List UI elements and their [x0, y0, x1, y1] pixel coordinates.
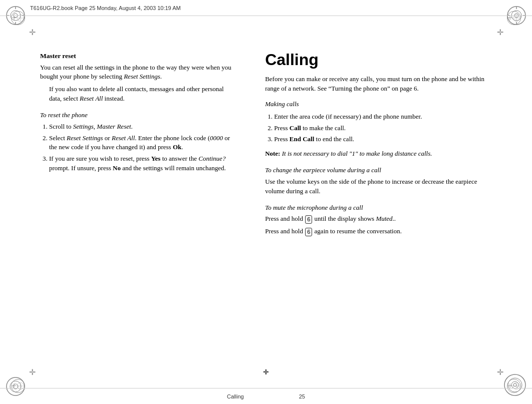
reset-step-2: Select Reset Settings or Reset All. Ente…: [49, 134, 235, 153]
making-calls-steps: Enter the area code (if necessary) and t…: [265, 112, 492, 145]
mute-body-2b: again to resume the conversation.: [315, 227, 402, 235]
footer-bar: Calling 25: [0, 388, 532, 404]
footer-center: Calling 25: [227, 393, 305, 399]
making-calls-step-2: Press Call to make the call.: [274, 124, 492, 133]
mute-title: To mute the microphone during a call: [265, 203, 492, 213]
header-bar: T616UG-R2.book Page 25 Monday, August 4,…: [0, 0, 532, 16]
note-text: Note: It is not necessary to dial "1" to…: [265, 149, 492, 159]
master-reset-body2: If you also want to delete all contacts,…: [40, 85, 235, 104]
earpiece-body: Use the volume keys on the side of the p…: [265, 177, 492, 196]
master-reset-body1: You can reset all the settings in the ph…: [40, 63, 235, 82]
earpiece-title: To change the earpiece volume during a c…: [265, 166, 492, 175]
header-text: T616UG-R2.book Page 25 Monday, August 4,…: [30, 5, 181, 11]
reset-step-1: Scroll to Settings, Master Reset.: [49, 122, 235, 132]
reset-steps-list: Scroll to Settings, Master Reset. Select…: [40, 122, 235, 173]
mute-line-1: Press and hold 6 until the display shows…: [265, 214, 492, 224]
mute-key-1: 6: [305, 215, 312, 224]
right-column: Calling Before you can make or receive a…: [250, 16, 532, 388]
making-calls-title: Making calls: [265, 100, 492, 109]
master-reset-title: Master reset: [40, 51, 235, 61]
to-reset-title: To reset the phone: [40, 111, 235, 120]
reset-step-3: If you are sure you wish to reset, press…: [49, 154, 235, 173]
left-column: Master reset You can reset all the setti…: [0, 16, 250, 388]
making-calls-step-1: Enter the area code (if necessary) and t…: [274, 112, 492, 122]
mute-key-2: 6: [305, 228, 312, 237]
content-area: Master reset You can reset all the setti…: [0, 16, 532, 388]
mute-line-2: Press and hold 6 again to resume the con…: [265, 227, 492, 236]
calling-intro: Before you can make or receive any calls…: [265, 75, 492, 94]
calling-title: Calling: [265, 51, 492, 69]
making-calls-step-3: Press End Call to end the call.: [274, 135, 492, 144]
mute-body-1b: until the display shows Muted..: [315, 215, 396, 222]
